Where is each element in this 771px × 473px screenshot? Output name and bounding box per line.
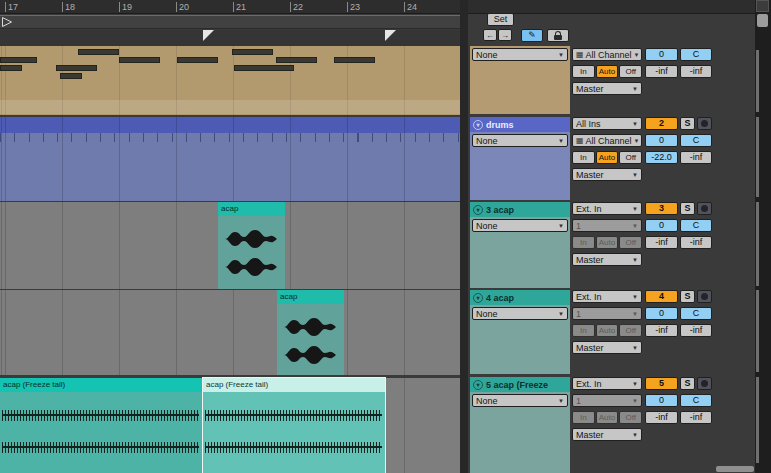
monitor-in-button[interactable]: In	[572, 324, 595, 337]
monitor-off-button[interactable]: Off	[619, 151, 642, 164]
monitor-in-button[interactable]: In	[572, 151, 595, 164]
send-a-field[interactable]: -inf	[645, 236, 678, 249]
arrange-track-drums[interactable]	[0, 117, 460, 201]
send-a-field[interactable]: -inf	[645, 324, 678, 337]
prev-locator-button[interactable]: ←	[483, 29, 497, 41]
monitor-off-button[interactable]: Off	[619, 65, 642, 78]
draw-mode-button[interactable]: ✎	[521, 29, 543, 42]
track-title-bar[interactable]: ▾ 3 acap	[470, 202, 570, 217]
track-scroll-segment[interactable]	[756, 50, 759, 112]
monitor-off-button[interactable]: Off	[619, 411, 642, 424]
monitor-auto-button[interactable]: Auto	[596, 411, 619, 424]
scrub-area[interactable]	[0, 15, 460, 29]
beat-time-ruler[interactable]: 1718192021222324	[0, 0, 755, 14]
vertical-scrollbar[interactable]	[755, 0, 771, 473]
arm-button[interactable]	[697, 202, 712, 215]
track-activator[interactable]: 3	[645, 202, 678, 215]
volume-field[interactable]: 0	[645, 134, 678, 147]
output-selector[interactable]: Master▼	[572, 82, 642, 95]
audio-clip-acap[interactable]: acap	[218, 202, 285, 289]
arm-button[interactable]	[697, 377, 712, 390]
input-selector[interactable]: Ext. In▼	[572, 377, 642, 390]
track-color-area[interactable]: None▼	[470, 46, 570, 114]
midi-from-selector[interactable]: None▼	[472, 48, 568, 61]
arrange-panel-divider[interactable]	[460, 0, 468, 473]
send-b-field[interactable]: -inf	[680, 236, 712, 249]
monitor-auto-button[interactable]: Auto	[596, 236, 619, 249]
send-a-field[interactable]: -22.0	[645, 151, 678, 164]
track-color-area[interactable]: ▾ 5 acap (Freeze None▼	[470, 377, 570, 473]
output-selector[interactable]: Master▼	[572, 168, 642, 181]
track-title-bar[interactable]: ▾ 4 acap	[470, 290, 570, 305]
arm-button[interactable]	[697, 290, 712, 303]
horizontal-scrollbar-thumb[interactable]	[716, 466, 754, 472]
channel-selector[interactable]: ▦All Channel▼	[572, 48, 642, 61]
volume-field[interactable]: 0	[645, 394, 678, 407]
locator-marker[interactable]	[385, 30, 396, 41]
track-color-area[interactable]: ▾ 3 acap None▼	[470, 202, 570, 288]
send-b-field[interactable]: -inf	[680, 151, 712, 164]
locator-marker[interactable]	[203, 30, 214, 41]
solo-button[interactable]: S	[680, 117, 695, 130]
scrollbar-thumb[interactable]	[757, 14, 768, 27]
monitor-off-button[interactable]: Off	[619, 324, 642, 337]
channel-selector[interactable]: 1▼	[572, 394, 642, 407]
midi-note[interactable]	[334, 57, 375, 63]
set-locator-button[interactable]: Set	[487, 13, 514, 26]
midi-note[interactable]	[276, 57, 317, 63]
midi-note[interactable]	[177, 57, 218, 63]
midi-from-selector[interactable]: None▼	[472, 219, 568, 232]
midi-note[interactable]	[232, 49, 273, 55]
track-scroll-segment[interactable]	[756, 377, 759, 463]
midi-note[interactable]	[60, 73, 82, 79]
midi-note[interactable]	[0, 65, 22, 71]
track-activator[interactable]: 5	[645, 377, 678, 390]
pan-field[interactable]: C	[680, 307, 712, 320]
arm-button[interactable]	[697, 117, 712, 130]
midi-note[interactable]	[78, 49, 119, 55]
output-selector[interactable]: Master▼	[572, 341, 642, 354]
track-color-area[interactable]: ▾ 4 acap None▼	[470, 290, 570, 374]
volume-field[interactable]: 0	[645, 219, 678, 232]
send-a-field[interactable]: -inf	[645, 65, 678, 78]
arrange-track-5-freeze[interactable]: acap (Freeze tail) acap (Freeze tail)	[0, 378, 460, 473]
next-locator-button[interactable]: →	[498, 29, 512, 41]
track-scroll-segment[interactable]	[756, 202, 759, 286]
pan-field[interactable]: C	[680, 48, 712, 61]
channel-selector[interactable]: 1▼	[572, 219, 642, 232]
send-b-field[interactable]: -inf	[680, 324, 712, 337]
monitor-in-button[interactable]: In	[572, 411, 595, 424]
monitor-auto-button[interactable]: Auto	[596, 65, 619, 78]
scrollbar-top-box[interactable]	[756, 0, 769, 12]
track-title-bar[interactable]: ▾ 5 acap (Freeze	[470, 377, 570, 392]
track-title-bar[interactable]: ▾ drums	[470, 117, 570, 132]
audio-clip-acap[interactable]: acap	[277, 290, 344, 375]
fold-icon[interactable]: ▾	[473, 120, 483, 130]
drums-clip-header[interactable]	[0, 117, 460, 133]
output-selector[interactable]: Master▼	[572, 428, 642, 441]
frozen-clip-2-selected[interactable]: acap (Freeze tail)	[203, 378, 385, 473]
midi-note[interactable]	[234, 65, 294, 71]
fold-icon[interactable]: ▾	[473, 293, 483, 303]
pan-field[interactable]: C	[680, 394, 712, 407]
track-activator[interactable]: 4	[645, 290, 678, 303]
track-scroll-segment[interactable]	[756, 117, 759, 197]
monitor-off-button[interactable]: Off	[619, 236, 642, 249]
lock-envelopes-button[interactable]	[547, 29, 569, 42]
channel-selector[interactable]: 1▼	[572, 307, 642, 320]
pan-field[interactable]: C	[680, 134, 712, 147]
output-selector[interactable]: Master▼	[572, 253, 642, 266]
midi-note[interactable]	[0, 57, 37, 63]
send-b-field[interactable]: -inf	[680, 411, 712, 424]
midi-from-selector[interactable]: None▼	[472, 134, 568, 147]
input-selector[interactable]: All Ins▼	[572, 117, 642, 130]
arrange-track-1-midi[interactable]	[0, 46, 460, 115]
locator-row[interactable]	[0, 30, 460, 46]
solo-button[interactable]: S	[680, 290, 695, 303]
monitor-in-button[interactable]: In	[572, 236, 595, 249]
fold-icon[interactable]: ▾	[473, 205, 483, 215]
send-b-field[interactable]: -inf	[680, 65, 712, 78]
arrange-track-4-acap[interactable]: acap	[0, 290, 460, 375]
volume-field[interactable]: 0	[645, 48, 678, 61]
midi-from-selector[interactable]: None▼	[472, 307, 568, 320]
